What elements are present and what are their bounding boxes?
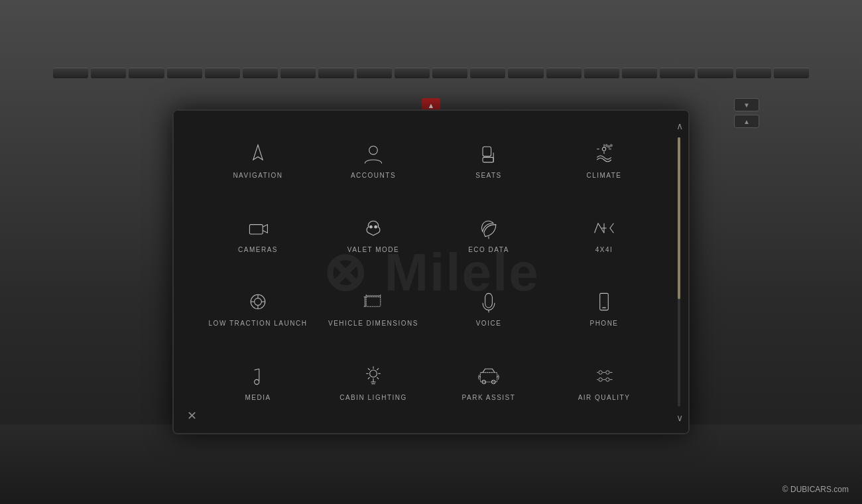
svg-point-5: [602, 147, 605, 151]
vent-slat: [622, 68, 657, 78]
climate-content: CLIMATE: [586, 142, 621, 180]
menu-item-eco-data[interactable]: ECO DATA: [431, 198, 546, 273]
menu-item-climate[interactable]: CLIMATE: [546, 124, 662, 198]
svg-line-40: [368, 368, 370, 370]
climate-label: CLIMATE: [586, 171, 621, 180]
vent-slat: [584, 68, 619, 78]
phone-content: PHONE: [589, 290, 618, 328]
vent-slat: [129, 68, 164, 78]
park-content: PARK ASSIST: [462, 364, 516, 402]
svg-line-42: [377, 368, 379, 370]
vent-slat: [53, 68, 88, 78]
lighting-content: CABIN LIGHTING: [339, 364, 407, 402]
scroll-bar: [678, 137, 680, 407]
vent-slat: [508, 68, 543, 78]
media-content: MEDIA: [245, 364, 271, 402]
menu-item-navigation[interactable]: NAVIGATION: [200, 124, 316, 198]
vent-slat: [660, 68, 695, 78]
navigation-content: NAVIGATION: [233, 142, 282, 180]
svg-point-1: [369, 147, 378, 155]
4x4i-label: 4x4i: [595, 245, 613, 254]
vent-slat: [318, 68, 353, 78]
menu-item-media[interactable]: MEDIA: [200, 346, 316, 420]
svg-point-15: [375, 225, 377, 228]
accounts-label: ACCOUNTS: [351, 171, 396, 180]
voice-label: VOICE: [476, 319, 502, 328]
vent-slat: [280, 68, 316, 78]
scroll-down-button[interactable]: ∨: [676, 412, 683, 423]
scroll-up-icon: ▼: [743, 101, 750, 109]
air-icon: [592, 364, 616, 388]
cameras-icon: [246, 216, 270, 240]
vent-area: [0, 40, 862, 106]
vent-slat: [395, 68, 430, 78]
menu-item-park-assist[interactable]: PARK ASSIST: [431, 346, 546, 420]
scroll-up-button[interactable]: ▼: [734, 98, 759, 111]
eco-label: ECO DATA: [468, 245, 509, 254]
hazard-icon: ▲: [428, 101, 435, 109]
dubicars-watermark: © DUBICARS.com: [782, 485, 849, 494]
svg-rect-3: [483, 158, 493, 162]
navigation-icon: [246, 142, 270, 166]
accounts-icon: [361, 142, 385, 166]
menu-item-cameras[interactable]: CAMERAS: [200, 198, 316, 273]
scroll-down-button-hw[interactable]: ▲: [734, 115, 759, 128]
menu-item-4x4i[interactable]: 4x4i: [546, 198, 662, 273]
svg-point-11: [610, 145, 613, 147]
vent-slat: [205, 68, 240, 78]
accounts-content: ACCOUNTS: [351, 142, 396, 180]
svg-rect-2: [483, 147, 491, 156]
vent-slat: [91, 68, 126, 78]
air-label: AIR QUALITY: [578, 393, 631, 402]
svg-line-41: [377, 377, 379, 379]
menu-item-seats[interactable]: SEATS: [431, 124, 546, 198]
svg-line-43: [368, 377, 370, 379]
navigation-label: NAVIGATION: [233, 171, 282, 180]
close-button[interactable]: ✕: [187, 409, 197, 423]
svg-point-35: [370, 370, 377, 377]
vent-slat: [432, 68, 467, 78]
svg-point-49: [599, 371, 602, 374]
vent-slat: [774, 68, 809, 78]
svg-rect-24: [366, 297, 381, 306]
menu-grid: NAVIGATION ACCOUNTS: [174, 111, 688, 433]
traction-icon: [246, 290, 270, 314]
vent-slat: [546, 68, 582, 78]
dimensions-label: VEHICLE DIMENSIONS: [328, 319, 418, 328]
seats-content: SEATS: [475, 142, 502, 180]
screen-inner: ⊗ Milele NAVIGATION ACCOUNTS: [174, 111, 688, 433]
bottom-dashboard: [0, 424, 862, 504]
phone-icon: [592, 290, 616, 314]
4x4i-icon: [592, 216, 616, 240]
svg-point-52: [606, 377, 609, 381]
menu-item-low-traction[interactable]: LOW TRACTION LAUNCH: [200, 272, 316, 346]
svg-rect-13: [249, 224, 263, 233]
vent-slat: [243, 68, 278, 78]
seats-icon: [477, 142, 501, 166]
menu-item-air-quality[interactable]: AIR QUALITY: [546, 346, 662, 420]
menu-item-vehicle-dimensions[interactable]: VEHICLE DIMENSIONS: [316, 272, 431, 346]
traction-label: LOW TRACTION LAUNCH: [209, 319, 308, 328]
menu-item-cabin-lighting[interactable]: CABIN LIGHTING: [316, 346, 431, 420]
control-buttons-area: ▼ ▲: [734, 98, 759, 128]
svg-point-19: [255, 298, 262, 306]
traction-content: LOW TRACTION LAUNCH: [209, 290, 308, 328]
climate-icon: [592, 142, 616, 166]
dimensions-icon: [361, 290, 385, 314]
scroll-up-button[interactable]: ∧: [676, 121, 683, 131]
menu-item-valet-mode[interactable]: VALET MODE: [316, 198, 431, 273]
4x4i-content: 4x4i: [592, 216, 616, 254]
menu-item-voice[interactable]: VOICE: [431, 272, 546, 346]
menu-item-accounts[interactable]: ACCOUNTS: [316, 124, 431, 198]
seats-label: SEATS: [475, 171, 502, 180]
cameras-label: CAMERAS: [238, 245, 278, 254]
menu-item-phone[interactable]: PHONE: [546, 272, 662, 346]
valet-label: VALET MODE: [347, 245, 400, 254]
air-content: AIR QUALITY: [578, 364, 631, 402]
svg-point-50: [606, 371, 609, 374]
svg-point-34: [255, 379, 259, 384]
media-label: MEDIA: [245, 393, 271, 402]
eco-content: ECO DATA: [468, 216, 509, 254]
svg-point-12: [605, 145, 608, 147]
svg-point-10: [607, 146, 610, 149]
